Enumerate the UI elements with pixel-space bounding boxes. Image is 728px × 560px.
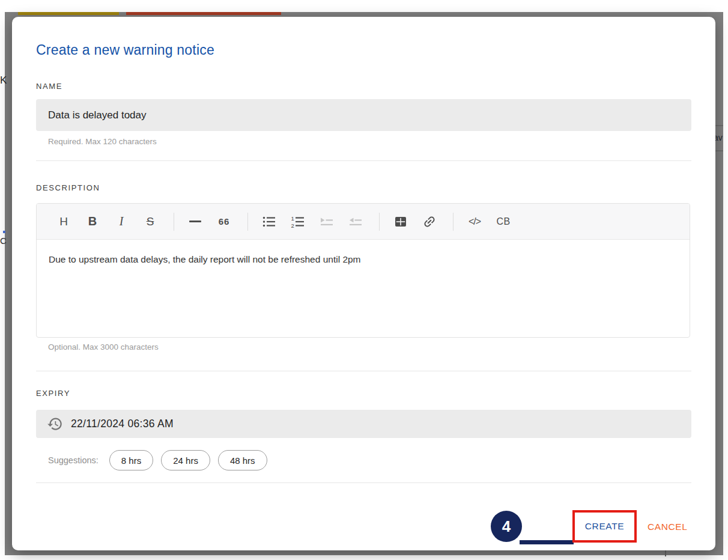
section-divider [36, 160, 691, 161]
background-divider [715, 150, 723, 151]
expiry-label: EXPIRY [36, 389, 70, 398]
numbered-list-button[interactable]: 1 2 [290, 213, 306, 231]
suggestions-label: Suggestions: [48, 455, 99, 465]
expiry-suggestions: Suggestions: 8 hrs 24 hrs 48 hrs [48, 449, 275, 471]
background-text-fragment: av [715, 133, 723, 144]
description-label: DESCRIPTION [36, 183, 100, 192]
name-helper-text: Required. Max 120 characters [48, 137, 157, 146]
background-tab-red [126, 12, 281, 15]
insert-table-button[interactable] [393, 213, 408, 231]
inline-code-button[interactable]: </> [467, 213, 482, 231]
bold-button[interactable]: B [85, 213, 100, 231]
dialog-title: Create a new warning notice [36, 42, 214, 58]
background-tab-yellow [18, 12, 119, 15]
background-text-fragment: C [0, 236, 8, 248]
svg-text:2: 2 [291, 222, 294, 228]
toolbar-separator [174, 213, 174, 231]
page: K C av Create a new warning notice NAME … [0, 0, 728, 560]
suggestion-chip-48hrs[interactable]: 48 hrs [218, 450, 267, 470]
toolbar-separator [379, 213, 380, 231]
section-divider [36, 371, 691, 371]
background-divider [715, 125, 723, 126]
background-dot [3, 231, 5, 233]
table-icon [393, 215, 408, 229]
insert-link-button[interactable] [422, 213, 437, 231]
name-label: NAME [36, 82, 62, 91]
section-divider [36, 482, 691, 483]
background-divider [665, 550, 666, 556]
description-helper-text: Optional. Max 3000 characters [48, 342, 159, 352]
horizontal-rule-icon [189, 221, 201, 222]
blockquote-button[interactable]: 66 [216, 213, 232, 231]
history-clock-icon [47, 416, 63, 432]
italic-button[interactable]: I [114, 213, 129, 231]
bullet-list-button[interactable] [261, 213, 277, 231]
indent-icon [320, 215, 334, 229]
suggestion-chip-24hrs[interactable]: 24 hrs [161, 450, 210, 470]
toolbar-separator [453, 213, 453, 231]
heading-button[interactable]: H [56, 213, 71, 231]
rich-text-toolbar: H B I S 66 1 2 [37, 204, 690, 240]
link-icon [422, 215, 437, 229]
name-input[interactable] [36, 99, 691, 131]
svg-text:1: 1 [291, 215, 294, 221]
indent-button[interactable] [319, 213, 335, 231]
create-button[interactable]: CREATE [585, 521, 624, 532]
numbered-list-icon: 1 2 [291, 215, 305, 229]
bullet-list-icon [262, 215, 276, 229]
suggestion-chip-8hrs[interactable]: 8 hrs [109, 450, 153, 470]
create-warning-notice-dialog: Create a new warning notice NAME Require… [12, 17, 715, 550]
cancel-button[interactable]: CANCEL [648, 522, 687, 532]
background-text-fragment: K [0, 75, 7, 88]
expiry-input[interactable]: 22/11/2024 06:36 AM [36, 410, 691, 438]
horizontal-rule-button[interactable] [187, 213, 203, 231]
toolbar-separator [247, 213, 248, 231]
description-input[interactable]: Due to upstream data delays, the daily r… [37, 240, 690, 279]
code-block-button[interactable]: CB [496, 213, 511, 231]
annotation-step-badge: 4 [491, 511, 522, 542]
description-editor: H B I S 66 1 2 [36, 203, 690, 338]
annotation-highlight-box: CREATE [572, 510, 637, 543]
outdent-button[interactable] [348, 213, 363, 231]
strikethrough-button[interactable]: S [142, 213, 158, 231]
outdent-icon [348, 215, 363, 229]
background-text-fragment-inner: av [715, 133, 723, 142]
expiry-value: 22/11/2024 06:36 AM [71, 418, 174, 430]
annotation-connector-line [520, 540, 574, 544]
